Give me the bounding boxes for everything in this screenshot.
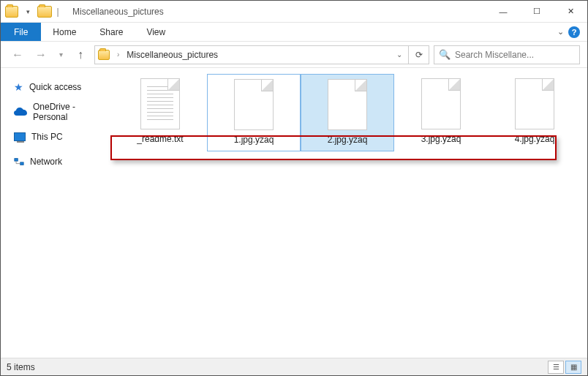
file-name-label: _readme.txt — [137, 134, 183, 144]
tab-share[interactable]: Share — [88, 23, 135, 41]
star-icon: ★ — [14, 81, 23, 93]
page-fold-icon — [261, 80, 273, 91]
arrow-up-icon: ↑ — [78, 48, 83, 61]
document-icon — [140, 78, 180, 129]
file-item[interactable]: 3.jpg.yzaq — [394, 74, 488, 151]
folder-icon — [37, 6, 52, 18]
folder-icon — [5, 6, 18, 18]
navigation-pane: ★ Quick access OneDrive - Personal This … — [1, 68, 108, 358]
minimize-button[interactable]: — — [486, 1, 520, 23]
ribbon-tabs: File Home Share View ⌄ ? — [1, 23, 587, 42]
navigation-bar: ← → ▾ ↑ › Miscellaneous_pictures ⌄ ⟳ 🔍 S… — [1, 42, 587, 68]
tab-view[interactable]: View — [135, 23, 177, 41]
file-name-label: 1.jpg.yzaq — [234, 135, 274, 145]
view-details-button[interactable]: ☰ — [548, 361, 564, 374]
large-icons-view-icon: ▦ — [570, 363, 577, 371]
arrow-left-icon: ← — [12, 48, 23, 61]
maximize-button[interactable]: ☐ — [520, 1, 554, 23]
document-icon — [515, 78, 554, 129]
title-bar: ▾ | Miscellaneous_pictures — ☐ ✕ — [1, 1, 587, 23]
breadcrumb-separator-icon: › — [114, 50, 122, 59]
folder-icon — [98, 50, 110, 60]
close-button[interactable]: ✕ — [554, 1, 587, 23]
page-fold-icon — [355, 80, 366, 91]
file-list-pane[interactable]: _readme.txt1.jpg.yzaq2.jpg.yzaq3.jpg.yza… — [108, 68, 587, 358]
search-input[interactable]: 🔍 Search Miscellane... — [434, 45, 580, 64]
qat-customize[interactable]: | — [53, 4, 62, 20]
refresh-button[interactable]: ⟳ — [409, 45, 429, 64]
arrow-right-icon: → — [35, 48, 47, 61]
sidebar-item-quick-access[interactable]: ★ Quick access — [11, 78, 108, 96]
close-icon: ✕ — [568, 7, 574, 16]
qat-dropdown[interactable]: ▾ — [20, 4, 36, 20]
file-item[interactable]: 4.jpg.yzaq — [488, 74, 581, 151]
page-fold-icon — [167, 79, 179, 91]
file-item[interactable]: _readme.txt — [113, 74, 207, 151]
status-item-count: 5 items — [7, 362, 35, 372]
help-button[interactable]: ? — [568, 26, 580, 38]
sidebar-item-onedrive[interactable]: OneDrive - Personal — [11, 103, 108, 121]
address-dropdown[interactable]: ⌄ — [396, 50, 405, 59]
window-controls: — ☐ ✕ — [486, 1, 587, 23]
window-title: Miscellaneous_pictures — [62, 7, 164, 17]
network-icon — [14, 157, 24, 166]
details-view-icon: ☰ — [553, 363, 559, 371]
search-placeholder: Search Miscellane... — [455, 50, 534, 60]
page-fold-icon — [448, 79, 460, 91]
maximize-icon: ☐ — [533, 7, 540, 16]
chevron-down-icon: ▾ — [26, 8, 30, 15]
cloud-icon — [14, 108, 27, 116]
status-bar: 5 items ☰ ▦ — [1, 358, 587, 375]
files-row: _readme.txt1.jpg.yzaq2.jpg.yzaq3.jpg.yza… — [113, 74, 581, 151]
sidebar-item-label: This PC — [31, 132, 63, 142]
sidebar-item-label: Network — [30, 157, 62, 167]
quick-access-toolbar: ▾ | — [1, 4, 62, 20]
file-name-label: 2.jpg.yzaq — [328, 135, 368, 145]
sidebar-item-network[interactable]: Network — [11, 153, 108, 170]
svg-rect-0 — [15, 159, 18, 162]
refresh-icon: ⟳ — [415, 50, 423, 60]
svg-rect-1 — [20, 162, 23, 165]
sidebar-item-label: Quick access — [29, 82, 81, 92]
ribbon-collapse-button[interactable]: ⌄ — [557, 27, 564, 37]
sidebar-item-this-pc[interactable]: This PC — [11, 128, 108, 146]
minimize-icon: — — [500, 7, 508, 16]
chevron-down-icon: ▾ — [59, 50, 63, 59]
separator-icon: | — [56, 7, 59, 17]
tab-home[interactable]: Home — [41, 23, 88, 41]
view-switcher: ☰ ▦ — [548, 361, 581, 374]
sidebar-item-label: OneDrive - Personal — [33, 102, 105, 122]
document-icon — [328, 79, 367, 130]
help-icon: ? — [572, 28, 577, 37]
file-item[interactable]: 1.jpg.yzaq — [207, 74, 301, 151]
recent-locations-button[interactable]: ▾ — [55, 45, 67, 64]
monitor-icon — [14, 132, 26, 141]
view-large-icons-button[interactable]: ▦ — [565, 361, 581, 374]
address-bar[interactable]: › Miscellaneous_pictures ⌄ — [94, 45, 409, 64]
document-icon — [421, 78, 461, 129]
file-item[interactable]: 2.jpg.yzaq — [301, 74, 394, 151]
breadcrumb-current[interactable]: Miscellaneous_pictures — [127, 50, 218, 60]
tab-file[interactable]: File — [1, 23, 41, 41]
back-button[interactable]: ← — [8, 45, 27, 64]
document-icon — [234, 79, 274, 130]
file-name-label: 3.jpg.yzaq — [421, 134, 461, 144]
up-button[interactable]: ↑ — [71, 45, 90, 64]
file-name-label: 4.jpg.yzaq — [515, 134, 555, 144]
page-fold-icon — [542, 79, 554, 91]
search-icon: 🔍 — [439, 49, 451, 60]
forward-button[interactable]: → — [31, 45, 50, 64]
explorer-body: ★ Quick access OneDrive - Personal This … — [1, 68, 587, 358]
